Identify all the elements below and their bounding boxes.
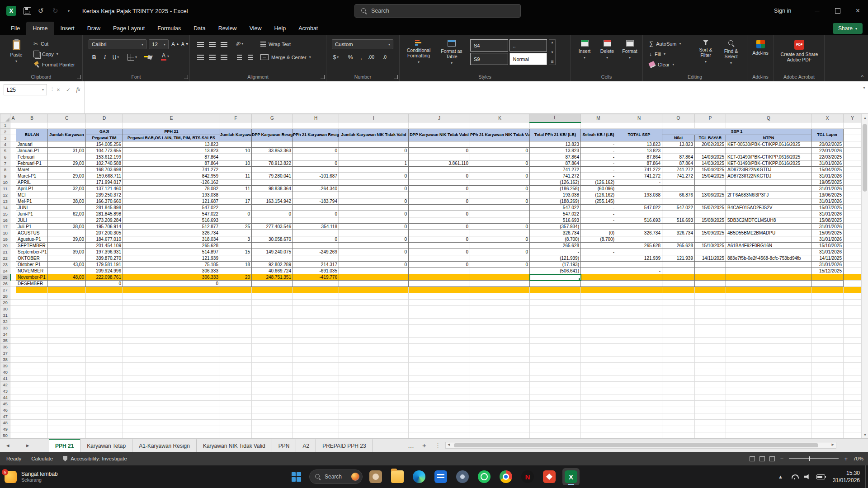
battery-icon[interactable]: [813, 474, 828, 479]
row-header-4[interactable]: 4: [0, 141, 10, 148]
cell-M48[interactable]: [581, 420, 616, 426]
row-header-33[interactable]: 33: [0, 325, 10, 331]
cell-P43[interactable]: [695, 388, 726, 394]
cell-I29[interactable]: [339, 300, 409, 306]
cell-O33[interactable]: [662, 325, 695, 331]
font-size-combo[interactable]: 12▾: [149, 39, 169, 49]
cell-G17[interactable]: 277.403.546: [252, 224, 293, 230]
cell-A35[interactable]: [10, 338, 16, 344]
row-header-1[interactable]: 1: [0, 122, 10, 129]
cell-G11[interactable]: 98.838.364: [252, 186, 293, 192]
row-header-49[interactable]: 49: [0, 426, 10, 432]
cell-H23[interactable]: -214.317: [293, 262, 339, 268]
cell-I24[interactable]: [339, 268, 409, 274]
cell-O38[interactable]: [662, 357, 695, 363]
cell-G38[interactable]: [252, 357, 293, 363]
cell-C5[interactable]: 31,00: [48, 148, 86, 154]
cell-A34[interactable]: [10, 331, 16, 338]
cell-X40[interactable]: [811, 369, 844, 375]
cell-P23[interactable]: [695, 262, 726, 268]
row-header-18[interactable]: 18: [0, 230, 10, 236]
cell-L29[interactable]: [530, 300, 581, 306]
cell-N36[interactable]: [616, 344, 662, 350]
cell-P44[interactable]: [695, 394, 726, 401]
cell-X37[interactable]: [811, 350, 844, 357]
cell-N33[interactable]: [616, 325, 662, 331]
cell-O10[interactable]: [662, 179, 695, 186]
cell-O12[interactable]: 66.876: [662, 192, 695, 198]
cell-Y1[interactable]: [844, 122, 862, 129]
cell-P39[interactable]: [695, 363, 726, 369]
cell-H8[interactable]: [293, 167, 339, 173]
name-box[interactable]: L25▾: [4, 84, 47, 95]
cell-E11[interactable]: 78.082: [123, 186, 220, 192]
cell-A1[interactable]: [10, 122, 16, 129]
cell-D10[interactable]: 171.994.017: [86, 179, 123, 186]
cell-A13[interactable]: [10, 198, 16, 205]
cell-L31[interactable]: [530, 312, 581, 319]
cell-J11[interactable]: 0: [409, 186, 470, 192]
cell-K40[interactable]: [470, 369, 530, 375]
cell-P5[interactable]: [695, 148, 726, 154]
cell-B34[interactable]: [16, 331, 48, 338]
cell-style-..[interactable]: ..: [509, 39, 547, 52]
row-header-13[interactable]: 13: [0, 198, 10, 205]
zoom-in-button[interactable]: +: [843, 455, 849, 462]
cell-D32[interactable]: [86, 319, 123, 325]
cell-P30[interactable]: [695, 306, 726, 312]
cell-N21[interactable]: [616, 249, 662, 255]
indent-decrease-icon[interactable]: [234, 52, 244, 62]
cell-H49[interactable]: [293, 426, 339, 432]
cell-N10[interactable]: -: [616, 179, 662, 186]
row-header-36[interactable]: 36: [0, 344, 10, 350]
cell-H9[interactable]: -101.687: [293, 173, 339, 179]
cell-F48[interactable]: [220, 420, 252, 426]
cell-P18[interactable]: 15/09/2025: [695, 230, 726, 236]
row-header-6[interactable]: 6: [0, 154, 10, 160]
cell-G20[interactable]: [252, 243, 293, 249]
sheet-tab-a1-karyawan-resign[interactable]: A1-Karyawan Resign: [132, 439, 197, 452]
cell-C33[interactable]: [48, 325, 86, 331]
autosum-button[interactable]: ∑AutoSum▾: [647, 39, 683, 48]
cell-L11[interactable]: (186.258): [530, 186, 581, 192]
cell-H31[interactable]: [293, 312, 339, 319]
volume-icon[interactable]: [801, 474, 813, 479]
cell-J16[interactable]: [409, 217, 470, 224]
row-header-21[interactable]: 21: [0, 249, 10, 255]
cell-Q14[interactable]: B4CAE015AO2FJS2V: [726, 205, 811, 211]
cell-L18[interactable]: 326.734: [530, 230, 581, 236]
cell-X33[interactable]: [811, 325, 844, 331]
cell-L30[interactable]: [530, 306, 581, 312]
cell-Q37[interactable]: [726, 350, 811, 357]
cell-X44[interactable]: [811, 394, 844, 401]
cell-O15[interactable]: [662, 211, 695, 217]
undo-icon[interactable]: ↺: [38, 0, 44, 22]
cell-N12[interactable]: 193.038: [616, 192, 662, 198]
cell-I16[interactable]: [339, 217, 409, 224]
cell-G45[interactable]: [252, 401, 293, 407]
cell-L33[interactable]: [530, 325, 581, 331]
cell-B22[interactable]: OKTOBER: [16, 255, 48, 262]
cell-X41[interactable]: [811, 375, 844, 382]
cell-Q27[interactable]: [726, 287, 811, 293]
cell-P19[interactable]: [695, 236, 726, 243]
cell-X38[interactable]: [811, 357, 844, 363]
taskbar-app-chrome[interactable]: [497, 468, 514, 485]
cell-I42[interactable]: [339, 382, 409, 388]
cell-N26[interactable]: -: [616, 281, 662, 287]
cell-E12[interactable]: 193.038: [123, 192, 220, 198]
cell-C17[interactable]: 38,00: [48, 224, 86, 230]
show-desktop-button[interactable]: [865, 465, 868, 488]
cell-Y33[interactable]: [844, 325, 862, 331]
cell-K25[interactable]: [470, 274, 530, 281]
cell-G50[interactable]: [252, 432, 293, 439]
cell-F28[interactable]: [220, 293, 252, 300]
cell-M31[interactable]: [581, 312, 616, 319]
cell-X27[interactable]: [811, 287, 844, 293]
cell-K15[interactable]: [470, 211, 530, 217]
cell-J38[interactable]: [409, 357, 470, 363]
cell-X7[interactable]: 31/01/2026: [811, 160, 844, 167]
cell-I17[interactable]: 0: [339, 224, 409, 230]
cell-Y11[interactable]: [844, 186, 862, 192]
align-left-icon[interactable]: [195, 52, 205, 62]
